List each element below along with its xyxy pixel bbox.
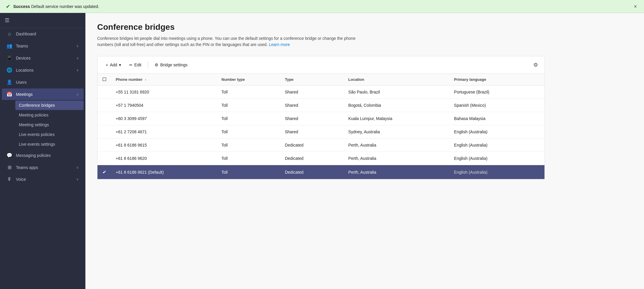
sidebar-item-dashboard[interactable]: ⌂ Dashboard	[2, 28, 84, 40]
bridge-settings-icon: ⚙	[155, 63, 158, 67]
sidebar-item-label: Teams	[16, 44, 73, 48]
table-settings-button[interactable]: ⚙	[532, 60, 540, 70]
row-location: Bogotá, Colombia	[344, 99, 449, 112]
row-location: Kuala Lumpur, Malaysia	[344, 112, 449, 125]
table-row[interactable]: +61 2 7208 4671 Toll Shared Sydney, Aust…	[97, 125, 544, 139]
chevron-down-icon: ∨	[76, 177, 79, 181]
row-language: English (Australia)	[449, 125, 544, 139]
sidebar-item-label: Messaging policies	[16, 153, 79, 158]
sidebar-item-voice[interactable]: 🎙 Voice ∨	[2, 174, 84, 185]
sidebar-item-meeting-settings[interactable]: Meeting settings	[15, 120, 84, 129]
row-numtype: Toll	[217, 152, 280, 165]
row-location: Perth, Australia	[344, 152, 449, 165]
dashboard-icon: ⌂	[6, 31, 12, 37]
row-location: Sydney, Australia	[344, 125, 449, 139]
sidebar-item-messaging-policies[interactable]: 💬 Messaging policies	[2, 150, 84, 161]
row-language: Spanish (Mexico)	[449, 99, 544, 112]
page-description: Conference bridges let people dial into …	[97, 35, 362, 48]
success-text: Success Default service number was updat…	[13, 4, 99, 9]
col-header-check: ☐	[97, 74, 111, 86]
row-type: Shared	[280, 99, 343, 112]
bridge-settings-button[interactable]: ⚙ Bridge settings	[151, 61, 191, 69]
table-row[interactable]: +55 11 3181 6920 Toll Shared São Paulo, …	[97, 86, 544, 99]
success-icon: ✔	[6, 3, 10, 10]
conference-bridges-table: ☐ Phone number ↑ Number type Type Locati…	[97, 74, 544, 179]
row-checkbox[interactable]	[97, 125, 111, 139]
chevron-down-icon: ∨	[76, 44, 79, 48]
sidebar-item-live-events-settings[interactable]: Live events settings	[15, 139, 84, 149]
sidebar-item-label: Users	[16, 80, 79, 85]
select-all-checkbox[interactable]: ☐	[102, 77, 106, 82]
sidebar-item-label: Teams apps	[16, 165, 73, 170]
col-header-location: Location	[344, 74, 449, 86]
table-row[interactable]: +61 8 6186 9615 Toll Dedicated Perth, Au…	[97, 139, 544, 152]
locations-icon: 🌐	[6, 67, 12, 73]
row-checkbox[interactable]: ✔	[97, 165, 111, 179]
edit-button[interactable]: ✏ Edit	[126, 61, 145, 69]
row-checkbox[interactable]	[97, 99, 111, 112]
table-row[interactable]: +60 3 3099 4597 Toll Shared Kuala Lumpur…	[97, 112, 544, 125]
sidebar-item-users[interactable]: 👤 Users	[2, 76, 84, 88]
sidebar-item-meeting-policies[interactable]: Meeting policies	[15, 110, 84, 120]
row-type: Shared	[280, 112, 343, 125]
sidebar-item-label: Voice	[16, 177, 73, 182]
sidebar-item-live-events-policies[interactable]: Live events policies	[15, 130, 84, 139]
col-header-language: Primary language	[449, 74, 544, 86]
add-button[interactable]: + Add ▾	[102, 61, 125, 69]
col-header-type: Type	[280, 74, 343, 86]
table-row[interactable]: +57 1 7940504 Toll Shared Bogotá, Colomb…	[97, 99, 544, 112]
learn-more-link[interactable]: Learn more	[269, 42, 290, 47]
sidebar-item-meetings[interactable]: 📅 Meetings ∧	[2, 88, 84, 100]
meetings-icon: 📅	[6, 91, 12, 97]
row-phone: +60 3 3099 4597	[111, 112, 217, 125]
sidebar-item-locations[interactable]: 🌐 Locations ∨	[2, 64, 84, 76]
row-phone: +57 1 7940504	[111, 99, 217, 112]
chevron-down-icon: ∨	[76, 68, 79, 72]
row-location: Perth, Australia	[344, 139, 449, 152]
settings-icon: ⚙	[533, 62, 538, 68]
users-icon: 👤	[6, 79, 12, 85]
table-toolbar: + Add ▾ ✏ Edit ⚙ Bridge settings	[97, 56, 544, 74]
table-row[interactable]: +61 8 6186 9620 Toll Dedicated Perth, Au…	[97, 152, 544, 165]
row-numtype: Toll	[217, 165, 280, 179]
row-type: Dedicated	[280, 152, 343, 165]
devices-icon: 📱	[6, 55, 12, 61]
row-checkbox[interactable]	[97, 139, 111, 152]
row-type: Dedicated	[280, 165, 343, 179]
check-icon: ✔	[102, 170, 106, 175]
row-checkbox[interactable]	[97, 112, 111, 125]
row-numtype: Toll	[217, 99, 280, 112]
hamburger-icon[interactable]: ☰	[5, 17, 9, 24]
toolbar-divider	[148, 61, 148, 68]
edit-icon: ✏	[129, 63, 133, 67]
row-checkbox[interactable]	[97, 86, 111, 99]
row-language: English (Australia)	[449, 152, 544, 165]
success-banner: ✔ Success Default service number was upd…	[0, 0, 644, 13]
row-type: Dedicated	[280, 139, 343, 152]
teams-apps-icon: ⊞	[6, 165, 12, 170]
sidebar-item-label: Dashboard	[16, 32, 79, 36]
row-numtype: Toll	[217, 112, 280, 125]
sidebar-item-devices[interactable]: 📱 Devices ∨	[2, 52, 84, 64]
meetings-submenu: Conference bridges Meeting policies Meet…	[0, 100, 85, 149]
banner-close-button[interactable]: ×	[631, 2, 639, 11]
row-phone: +61 8 6186 9621 (Default)	[111, 165, 217, 179]
col-header-numtype: Number type	[217, 74, 280, 86]
table-row[interactable]: ✔ +61 8 6186 9621 (Default) Toll Dedicat…	[97, 165, 544, 179]
sort-icon: ↑	[145, 78, 147, 81]
sidebar-item-teams[interactable]: 👥 Teams ∨	[2, 40, 84, 52]
row-location: Perth, Australia	[344, 165, 449, 179]
row-phone: +61 8 6186 9615	[111, 139, 217, 152]
sidebar-item-teams-apps[interactable]: ⊞ Teams apps ∨	[2, 162, 84, 173]
sidebar: ☰ ⌂ Dashboard 👥 Teams ∨ 📱 Devices ∨ 🌐 Lo…	[0, 13, 85, 289]
sidebar-item-conference-bridges[interactable]: Conference bridges	[15, 101, 84, 110]
row-checkbox[interactable]	[97, 152, 111, 165]
row-phone: +61 2 7208 4671	[111, 125, 217, 139]
row-language: English (Australia)	[449, 139, 544, 152]
main-content: Conference bridges Conference bridges le…	[85, 13, 644, 289]
chevron-down-icon: ∨	[76, 56, 79, 60]
page-title: Conference bridges	[97, 22, 545, 32]
row-numtype: Toll	[217, 86, 280, 99]
col-header-phone[interactable]: Phone number ↑	[111, 74, 217, 86]
row-type: Shared	[280, 125, 343, 139]
